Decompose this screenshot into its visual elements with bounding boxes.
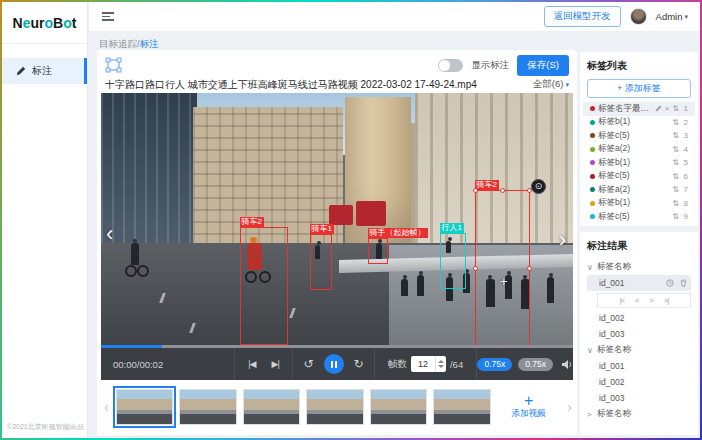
frame-stepper[interactable] bbox=[435, 356, 446, 372]
sort-tag-icon[interactable]: ⇅ bbox=[672, 145, 679, 154]
video-title-row: 十字路口路口行人 城市交通上下班高峰斑马线过马路视频 2022-03-02 17… bbox=[101, 76, 573, 93]
rect-select-tool-icon[interactable] bbox=[105, 57, 123, 73]
video-thumbnail[interactable] bbox=[306, 389, 364, 425]
forward-10-button[interactable]: ↻ bbox=[354, 357, 364, 371]
video-thumbnail-selected[interactable] bbox=[116, 389, 174, 425]
volume-icon[interactable] bbox=[561, 359, 573, 370]
prev-frame-button[interactable]: |◀ bbox=[248, 359, 255, 369]
back-to-model-dev-button[interactable]: 返回模型开发 bbox=[544, 6, 621, 27]
sidebar-item-annotate[interactable]: 标注 bbox=[2, 58, 87, 84]
result-id: id_002 bbox=[599, 313, 625, 323]
strip-next-chevron[interactable]: › bbox=[566, 399, 573, 415]
bike-wheel bbox=[137, 265, 149, 277]
box-action-button[interactable]: ⊙ bbox=[531, 179, 546, 194]
bbox-pedestrian1[interactable]: 行人1 bbox=[440, 233, 466, 289]
sort-tag-icon[interactable]: ⇅ bbox=[672, 118, 679, 127]
sidebar-item-label: 标注 bbox=[32, 64, 52, 78]
result-item-selected[interactable]: id_001 bbox=[587, 275, 691, 291]
frame-number-input[interactable] bbox=[411, 356, 435, 372]
video-frame[interactable]: 骑车2 骑车1 骑手（起始帧） 行人1 骑车2 ⊙ + ‹ › bbox=[101, 93, 573, 348]
group-label: 标签名称 bbox=[597, 408, 631, 420]
tag-row[interactable]: 标签b(1) ⇅ 5 bbox=[587, 156, 691, 170]
tag-row[interactable]: 标签c(5) ⇅ 9 bbox=[587, 210, 691, 224]
bike-wheel bbox=[125, 265, 137, 277]
tag-row[interactable]: 标签b(1) ⇅ 8 bbox=[587, 197, 691, 211]
bbox-label: 骑手（起始帧） bbox=[368, 228, 428, 238]
strip-prev-chevron[interactable]: ‹ bbox=[103, 399, 110, 415]
result-group-header[interactable]: > 标签名称 bbox=[587, 406, 691, 422]
rewind-10-button[interactable]: ↺ bbox=[303, 357, 313, 371]
frame-total-label: /64 bbox=[450, 359, 463, 370]
pager-next[interactable]: > bbox=[650, 296, 653, 305]
result-item[interactable]: id_003 bbox=[587, 390, 691, 406]
breadcrumb-parent[interactable]: 目标追踪 bbox=[99, 38, 137, 49]
bbox-rider2-selected[interactable]: 骑车2 bbox=[475, 190, 530, 347]
sort-tag-icon[interactable]: ⇅ bbox=[672, 104, 679, 113]
next-frame-button[interactable]: ▶| bbox=[272, 359, 279, 369]
tag-row[interactable]: 标签a(2) ⇅ 7 bbox=[587, 183, 691, 197]
tag-row[interactable]: 标签c(5) ⇅ 3 bbox=[587, 129, 691, 143]
result-item[interactable]: id_001 bbox=[587, 358, 691, 374]
sort-tag-icon[interactable]: ⇅ bbox=[672, 185, 679, 194]
tool-row: 显示标注 保存(S) bbox=[101, 54, 573, 76]
video-progress-bar[interactable] bbox=[101, 345, 573, 348]
tag-color-dot bbox=[590, 106, 595, 111]
pause-button[interactable] bbox=[324, 354, 344, 374]
speed-pill-active[interactable]: 0.75x bbox=[477, 358, 512, 371]
sort-tag-icon[interactable]: ⇅ bbox=[672, 199, 679, 208]
speed-pill[interactable]: 0.75x bbox=[518, 358, 553, 371]
result-group-header[interactable]: ∨ 标签名称 bbox=[587, 342, 691, 358]
tag-color-dot bbox=[590, 174, 595, 179]
tag-row[interactable]: 标签b(1) ⇅ 2 bbox=[587, 116, 691, 130]
sort-tag-icon[interactable]: ⇅ bbox=[672, 158, 679, 167]
add-video-button[interactable]: + 添加视频 bbox=[497, 387, 560, 427]
tag-label: 标签b(1) bbox=[598, 116, 669, 128]
result-id: id_002 bbox=[599, 377, 625, 387]
group-label: 标签名称 bbox=[597, 261, 631, 273]
bbox-label: 骑车2 bbox=[240, 217, 264, 227]
history-icon[interactable] bbox=[666, 279, 674, 287]
next-video-chevron[interactable]: › bbox=[559, 229, 566, 251]
bbox-rider2-left[interactable]: 骑车2 bbox=[240, 227, 288, 345]
prev-video-chevron[interactable]: ‹ bbox=[106, 223, 113, 245]
user-avatar[interactable] bbox=[630, 8, 647, 25]
tag-label: 标签b(1) bbox=[598, 157, 669, 169]
sort-tag-icon[interactable]: ⇅ bbox=[672, 131, 679, 140]
bbox-rider1[interactable]: 骑车1 bbox=[310, 234, 332, 290]
tag-row[interactable]: 标签名字最长数... × ⇅ 1 bbox=[583, 102, 695, 116]
pager-first[interactable]: |< bbox=[620, 296, 624, 305]
add-tag-button[interactable]: + 添加标签 bbox=[587, 79, 691, 98]
sort-tag-icon[interactable]: ⇅ bbox=[672, 212, 679, 221]
delete-tag-icon[interactable]: × bbox=[665, 104, 670, 113]
tag-row[interactable]: 标签c(5) ⇅ 6 bbox=[587, 170, 691, 184]
video-thumbnail[interactable] bbox=[433, 389, 491, 425]
active-indicator bbox=[84, 58, 87, 84]
result-group-header[interactable]: ∨ 标签名称 bbox=[587, 259, 691, 275]
tag-label: 标签名字最长数... bbox=[598, 103, 652, 115]
tag-row[interactable]: 标签a(2) ⇅ 4 bbox=[587, 143, 691, 157]
tag-color-dot bbox=[590, 120, 595, 125]
save-button[interactable]: 保存(S) bbox=[517, 55, 569, 76]
progress-fill bbox=[101, 345, 162, 348]
video-thumbnail[interactable] bbox=[243, 389, 301, 425]
tag-color-dot bbox=[590, 201, 595, 206]
edit-tag-icon[interactable] bbox=[655, 105, 662, 112]
tag-list-title: 标签列表 bbox=[587, 59, 691, 73]
result-item[interactable]: id_002 bbox=[587, 310, 691, 326]
user-menu[interactable]: Admin ▾ bbox=[656, 11, 688, 22]
time-display: 00:00/00:02 bbox=[101, 348, 234, 380]
show-annotation-label: 显示标注 bbox=[471, 59, 509, 72]
video-thumbnail[interactable] bbox=[370, 389, 428, 425]
bbox-rider-startframe[interactable]: 骑手（起始帧） bbox=[368, 238, 388, 264]
result-item[interactable]: id_003 bbox=[587, 326, 691, 342]
pager-prev[interactable]: < bbox=[635, 296, 638, 305]
result-item[interactable]: id_002 bbox=[587, 374, 691, 390]
video-thumbnail[interactable] bbox=[179, 389, 237, 425]
sort-tag-icon[interactable]: ⇅ bbox=[672, 172, 679, 181]
show-annotation-toggle[interactable] bbox=[438, 59, 463, 72]
collapse-icon: ∨ bbox=[587, 346, 593, 355]
filter-dropdown[interactable]: 全部(6) ▾ bbox=[533, 78, 569, 91]
collapse-menu-icon[interactable] bbox=[102, 10, 114, 23]
pager-last[interactable]: >| bbox=[664, 296, 668, 305]
trash-icon[interactable] bbox=[680, 279, 687, 287]
